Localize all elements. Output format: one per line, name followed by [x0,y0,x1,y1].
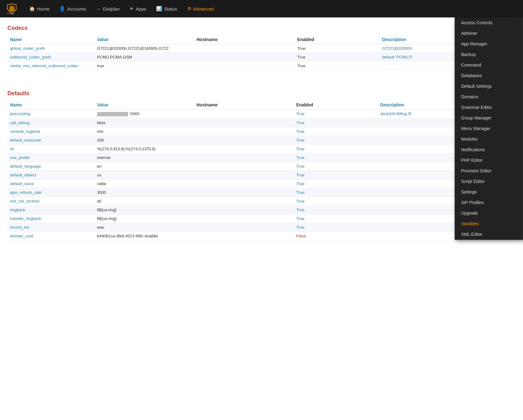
main-content: Codecs Name Value Hostname Enabled Descr… [0,17,523,420]
brand-logo[interactable]: FUSION PBX [5,2,20,15]
dropdown-notifications[interactable]: Notifications [455,144,523,155]
dropdown-grammar-editor[interactable]: Grammar Editor [455,102,523,113]
svg-text:FUSION: FUSION [6,12,14,15]
dropdown-group-manager[interactable]: Group Manager [455,113,523,123]
dropdown-sip-profiles[interactable]: SIP Profiles [455,197,523,208]
dropdown-backup[interactable]: Backup [455,49,523,60]
defaults-cell-name: record_ext [7,223,95,231]
defaults-cell-enabled: True [294,162,378,170]
defaults-cell-name: default_areacode [7,136,95,144]
defaults-cell-hostname [194,118,294,127]
nav-advanced[interactable]: ⚙ Advanced [183,3,218,14]
dropdown-databases[interactable]: Databases [455,70,523,81]
svg-marker-2 [9,6,14,12]
dropdown-variables[interactable]: Variables [455,218,523,229]
dropdown-adminer[interactable]: Adminer [455,28,523,39]
defaults-cell-name: default_language [7,162,95,170]
defaults-row[interactable]: record_ext wav True [7,223,516,231]
defaults-table: Name Value Hostname Enabled Description … [7,100,516,240]
defaults-cell-name: ringback [7,205,95,214]
dropdown-script-editor[interactable]: Script Editor [455,176,523,187]
nav-accounts[interactable]: 👤 Accounts [55,3,91,14]
defaults-cell-value: us [95,170,194,179]
defaults-cell-enabled: True [294,205,378,214]
defaults-cell-enabled: True [294,118,378,127]
codecs-cell-enabled: True [295,44,380,53]
defaults-col-enabled: Enabled [294,100,378,110]
defaults-cell-enabled: True [294,188,378,197]
defaults-row[interactable]: default_language en True [7,162,516,170]
codecs-cell-value: PCMU,PCMA,GSM [95,53,194,62]
defaults-row[interactable]: console_loglevel info True [7,127,516,136]
nav-dialplan-label: Dialplan [103,6,120,12]
defaults-cell-hostname [194,144,294,153]
defaults-row[interactable]: ringback $${us-ring} True [7,205,516,214]
nav-dialplan[interactable]: ↔ Dialplan [92,4,124,14]
defaults-cell-name: console_loglevel [7,127,95,136]
advanced-icon: ⚙ [187,6,191,12]
defaults-cell-enabled: False [294,231,378,240]
defaults-cell-value: :5060 [95,110,194,119]
codecs-row[interactable]: outbound_codec_prefs PCMU,PCMA,GSM True … [7,53,516,62]
defaults-row[interactable]: default_dialect us True [7,170,516,179]
defaults-row[interactable]: default_voice callie True [7,179,516,188]
codecs-col-value: Value [95,35,194,44]
codecs-col-name: Name [7,35,95,44]
codecs-row[interactable]: media_mix_inbound_outbound_codec true Tr… [7,62,516,70]
codecs-cell-name: outbound_codec_prefs [7,53,95,62]
defaults-cell-hostname [194,231,294,240]
codecs-cell-hostname [194,62,295,70]
defaults-row[interactable]: use_profile internal True [7,153,516,162]
accounts-icon: 👤 [59,6,65,12]
codecs-row[interactable]: global_codec_prefs G7221@32000h,G7221@16… [7,44,516,53]
dropdown-settings[interactable]: Settings [455,187,523,197]
defaults-cell-hostname [194,214,294,223]
dropdown-provision-editor[interactable]: Provision Editor [455,166,523,176]
defaults-row[interactable]: jera-routing :5060 True JeraSoft Billing… [7,110,516,119]
dropdown-php-editor[interactable]: PHP Editor [455,155,523,166]
advanced-dropdown: Access Controls Adminer App Manager Back… [455,17,523,240]
dropdown-access-controls[interactable]: Access Controls [455,17,523,28]
defaults-cell-hostname [194,153,294,162]
defaults-cell-name: xml_cdr_archive [7,197,95,205]
defaults-col-value: Value [95,100,194,110]
defaults-cell-value: 208 [95,136,194,144]
defaults-cell-enabled: True [294,110,378,119]
defaults-cell-hostname [194,205,294,214]
defaults-row[interactable]: transfer_ringback $${us-ring} True [7,214,516,223]
nav-home[interactable]: 🏠 Home [25,3,54,14]
defaults-row[interactable]: default_areacode 208 True [7,136,516,144]
defaults-cell-value: callie [95,179,194,188]
defaults-cell-value: info [95,127,194,136]
defaults-row[interactable]: xml_cdr_archive dir True [7,197,516,205]
dropdown-menu-manager[interactable]: Menu Manager [455,123,523,134]
defaults-row[interactable]: call_debug false True [7,118,516,127]
codecs-cell-hostname [194,44,295,53]
defaults-cell-name: use_profile [7,153,95,162]
defaults-cell-enabled: True [294,144,378,153]
codecs-cell-hostname [194,53,295,62]
defaults-row[interactable]: domain_uuid b44081ca-3fe8-4513-99fc-4ca8… [7,231,516,240]
defaults-row[interactable]: sit %(274,0,913.8);%(274,0,1370.6) True [7,144,516,153]
dropdown-domains[interactable]: Domains [455,91,523,102]
defaults-cell-value: %(274,0,913.8);%(274,0,1370.6) [95,144,194,153]
nav-apps[interactable]: ✈ Apps [125,3,150,14]
defaults-cell-name: sit [7,144,95,153]
defaults-cell-value: en [95,162,194,170]
dropdown-command[interactable]: Command [455,60,523,70]
nav-status-label: Status [164,6,177,12]
dropdown-app-manager[interactable]: App Manager [455,39,523,49]
dropdown-default-settings[interactable]: Default Settings [455,81,523,91]
defaults-cell-hostname [194,197,294,205]
defaults-cell-hostname [194,127,294,136]
defaults-cell-name: ajax_refresh_rate [7,188,95,197]
dropdown-xml-editor[interactable]: XML Editor [455,229,523,240]
codecs-table: Name Value Hostname Enabled Description … [7,35,516,70]
defaults-col-name: Name [7,100,95,110]
defaults-row[interactable]: ajax_refresh_rate 3000 True [7,188,516,197]
dropdown-upgrade[interactable]: Upgrade [455,208,523,218]
dialplan-icon: ↔ [96,6,101,12]
dropdown-modules[interactable]: Modules [455,134,523,144]
nav-status[interactable]: 📊 Status [152,3,182,14]
defaults-cell-hostname [194,136,294,144]
